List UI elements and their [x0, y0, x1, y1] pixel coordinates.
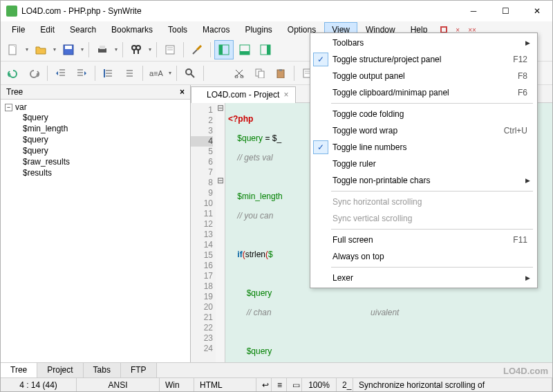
status-lines-icon[interactable]: ≡ — [272, 378, 287, 391]
print-button[interactable] — [93, 40, 112, 59]
status-eol[interactable]: Win — [160, 378, 194, 391]
find-button[interactable] — [126, 40, 146, 59]
menu-item: Sync vertical scrolling — [312, 210, 536, 227]
svg-rect-3 — [65, 46, 72, 49]
new-file-button[interactable] — [3, 40, 23, 59]
title-bar: LO4D.com - PHP.php - SynWrite ─ ☐ ✕ — [1, 1, 552, 21]
menu-item[interactable]: Always on top — [312, 248, 536, 265]
tree-item[interactable]: $results — [23, 167, 186, 178]
tree-panel-close[interactable]: × — [180, 87, 185, 97]
case-button[interactable]: a≡A — [147, 68, 166, 79]
tree-panel: Tree × − var $query$min_length$query$que… — [1, 85, 191, 362]
line-gutter[interactable]: 123456789101112131415161718192021222324 — [191, 103, 216, 362]
menu-item[interactable]: ✓Toggle line numbers — [312, 139, 536, 156]
tools-button[interactable] — [187, 40, 207, 59]
menu-file[interactable]: File — [5, 23, 32, 37]
indent-left-button[interactable] — [51, 64, 71, 83]
tab-label: LO4D.com - Project — [207, 90, 279, 100]
tree-item[interactable]: $query — [23, 145, 186, 156]
status-encoding[interactable]: ANSI — [77, 378, 160, 391]
tree-item[interactable]: $raw_results — [23, 156, 186, 167]
bottom-tab-bar: TreeProjectTabsFTP — [1, 362, 552, 377]
panel-bottom-button[interactable] — [235, 40, 254, 59]
bottom-tab-ftp[interactable]: FTP — [121, 363, 157, 377]
menu-item[interactable]: Toggle ruler — [312, 156, 536, 172]
tab-dirty-icon — [197, 92, 203, 97]
panel-right-button[interactable] — [256, 40, 275, 59]
tree-expand-icon[interactable]: − — [5, 104, 12, 111]
copy-button[interactable] — [250, 64, 270, 83]
menu-macros[interactable]: Macros — [196, 23, 236, 37]
minimize-button[interactable]: ─ — [464, 4, 483, 18]
menu-item[interactable]: Toggle output panelF8 — [312, 68, 536, 84]
cut-button[interactable] — [229, 64, 249, 83]
tree-item[interactable]: $query — [23, 134, 186, 145]
svg-rect-19 — [267, 45, 270, 55]
menu-item[interactable]: ✓Toggle structure/project panelF12 — [312, 51, 536, 68]
menu-item[interactable]: Toggle word wrapCtrl+U — [312, 122, 536, 139]
tab-close-icon[interactable]: × — [283, 90, 288, 100]
menu-item: Sync horizontal scrolling — [312, 194, 536, 210]
tree-root[interactable]: var — [15, 102, 27, 112]
svg-point-7 — [136, 46, 140, 50]
goto-button[interactable] — [160, 40, 180, 59]
tree-item[interactable]: $min_length — [23, 123, 186, 134]
menu-tools[interactable]: Tools — [161, 23, 194, 37]
menu-plugins[interactable]: Plugins — [238, 23, 279, 37]
search-button[interactable] — [180, 64, 200, 83]
save-dropdown[interactable]: ▾ — [79, 46, 85, 53]
tree-view[interactable]: − var $query$min_length$query$query$raw_… — [1, 100, 190, 362]
comment-button[interactable] — [99, 64, 118, 83]
svg-line-34 — [191, 74, 194, 77]
status-sel-icon[interactable]: ▭ — [287, 378, 302, 391]
menu-item[interactable]: Toolbars▶ — [312, 35, 536, 51]
svg-rect-42 — [279, 69, 282, 71]
open-button[interactable] — [31, 40, 50, 59]
svg-rect-1 — [14, 45, 16, 47]
status-wrap-icon[interactable]: ↩ — [256, 378, 272, 391]
bottom-tab-tabs[interactable]: Tabs — [84, 363, 121, 377]
window-title: LO4D.com - PHP.php - SynWrite — [21, 6, 464, 16]
svg-rect-40 — [259, 71, 264, 78]
uncomment-button[interactable] — [120, 64, 139, 83]
undo-button[interactable] — [3, 64, 23, 83]
status-bar: 4 : 14 (44) ANSI Win HTML ↩ ≡ ▭ 100% 2_ … — [1, 377, 552, 391]
open-dropdown[interactable]: ▾ — [52, 46, 57, 53]
svg-rect-17 — [240, 51, 250, 55]
svg-rect-15 — [219, 45, 223, 55]
fold-column[interactable]: ⊟⊟ — [216, 103, 225, 362]
print-dropdown[interactable]: ▾ — [113, 46, 119, 53]
menu-item[interactable]: Lexer▶ — [312, 270, 536, 286]
panel-left-button[interactable] — [214, 40, 234, 59]
paste-button[interactable] — [271, 64, 290, 83]
close-button[interactable]: ✕ — [527, 4, 547, 18]
case-dropdown[interactable]: ▾ — [167, 70, 173, 76]
menu-item[interactable]: Toggle non-printable chars▶ — [312, 172, 536, 189]
menu-item[interactable]: Full screenF11 — [312, 232, 536, 248]
menu-edit[interactable]: Edit — [33, 23, 62, 37]
menu-item[interactable]: Toggle clipboard/minimap panelF6 — [312, 84, 536, 101]
indent-right-button[interactable] — [72, 64, 91, 83]
tree-item[interactable]: $query — [23, 112, 186, 123]
svg-rect-5 — [100, 46, 105, 49]
status-position: 4 : 14 (44) — [1, 378, 77, 391]
app-icon — [6, 6, 17, 17]
redo-button[interactable] — [24, 64, 44, 83]
find-dropdown[interactable]: ▾ — [147, 46, 153, 53]
project-tab[interactable]: LO4D.com - Project × — [191, 86, 296, 103]
status-zoom[interactable]: 100% — [302, 378, 337, 391]
new-file-dropdown[interactable]: ▾ — [24, 46, 30, 53]
menu-search[interactable]: Search — [63, 23, 103, 37]
view-menu-dropdown: Toolbars▶✓Toggle structure/project panel… — [310, 32, 538, 288]
bottom-tab-tree[interactable]: Tree — [1, 363, 37, 377]
status-lexer[interactable]: HTML — [194, 378, 256, 391]
tree-panel-title: Tree — [6, 87, 180, 97]
menu-bookmarks[interactable]: Bookmarks — [104, 23, 160, 37]
save-button[interactable] — [59, 40, 78, 59]
menu-item[interactable]: Toggle code folding — [312, 106, 536, 122]
status-right: 2_ — [337, 378, 353, 391]
bottom-tab-project[interactable]: Project — [37, 363, 83, 377]
svg-point-33 — [186, 69, 191, 75]
svg-line-13 — [193, 50, 197, 54]
maximize-button[interactable]: ☐ — [496, 4, 515, 18]
